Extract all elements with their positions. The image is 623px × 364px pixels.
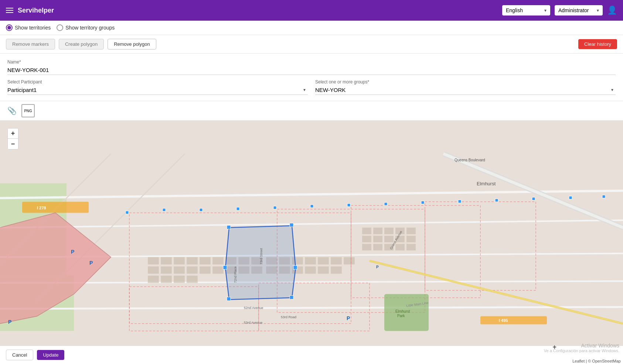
svg-rect-15 xyxy=(161,257,172,265)
svg-rect-48 xyxy=(331,267,342,274)
clear-history-button[interactable]: Clear history xyxy=(578,39,617,49)
svg-rect-51 xyxy=(384,228,394,234)
svg-rect-24 xyxy=(161,267,172,274)
svg-rect-16 xyxy=(174,257,185,265)
svg-rect-88 xyxy=(532,198,535,200)
svg-rect-77 xyxy=(126,211,129,214)
update-button[interactable]: Update xyxy=(37,350,64,360)
svg-text:52nd Avenue: 52nd Avenue xyxy=(244,306,263,310)
svg-rect-83 xyxy=(347,204,350,207)
svg-text:P: P xyxy=(347,315,350,321)
svg-text:Queens Boulevard: Queens Boulevard xyxy=(455,158,485,162)
svg-rect-27 xyxy=(200,267,211,274)
svg-rect-40 xyxy=(318,257,329,265)
svg-text:Park: Park xyxy=(397,314,405,318)
svg-rect-84 xyxy=(384,203,387,206)
svg-rect-42 xyxy=(344,257,355,265)
svg-text:Elmhurst: Elmhurst xyxy=(477,181,496,186)
zoom-in-button[interactable]: + xyxy=(8,128,18,139)
participant-select[interactable]: Participant1 xyxy=(7,85,308,95)
png-icon[interactable]: PNG xyxy=(21,104,35,117)
svg-rect-86 xyxy=(458,200,461,203)
svg-rect-50 xyxy=(373,228,382,234)
svg-rect-85 xyxy=(421,201,424,204)
remove-markers-button[interactable]: Remove markers xyxy=(6,39,55,49)
svg-rect-35 xyxy=(187,276,198,283)
svg-rect-63 xyxy=(406,244,416,251)
svg-rect-39 xyxy=(305,257,316,265)
svg-rect-73 xyxy=(293,266,297,269)
svg-rect-81 xyxy=(273,206,276,209)
svg-rect-54 xyxy=(362,236,371,243)
role-select[interactable]: Administrator User xyxy=(555,5,603,16)
svg-rect-41 xyxy=(331,257,342,265)
svg-rect-74 xyxy=(290,296,293,299)
svg-rect-14 xyxy=(148,257,159,265)
svg-text:Elmhurst: Elmhurst xyxy=(395,309,410,313)
svg-text:I 278: I 278 xyxy=(37,206,46,210)
svg-text:I 495: I 495 xyxy=(499,318,508,323)
svg-rect-90 xyxy=(602,195,605,198)
svg-text:53rd Avenue: 53rd Avenue xyxy=(244,321,262,324)
show-territories-radio[interactable]: Show territories xyxy=(6,24,51,31)
cancel-button[interactable]: Cancel xyxy=(6,350,33,360)
svg-rect-107 xyxy=(480,316,547,324)
svg-rect-12 xyxy=(22,202,89,213)
svg-rect-19 xyxy=(212,257,224,265)
svg-rect-79 xyxy=(200,209,202,212)
menu-icon[interactable] xyxy=(6,8,13,13)
show-territory-groups-radio[interactable]: Show territory groups xyxy=(57,24,115,31)
svg-text:P: P xyxy=(71,249,74,255)
svg-rect-46 xyxy=(305,267,316,274)
svg-rect-18 xyxy=(200,257,211,265)
remove-polygon-button[interactable]: Remove polygon xyxy=(108,39,156,49)
svg-rect-49 xyxy=(362,228,371,234)
svg-rect-47 xyxy=(318,267,329,274)
svg-rect-59 xyxy=(362,244,371,251)
svg-rect-56 xyxy=(384,236,394,243)
app-title: Servihelper xyxy=(18,7,498,14)
svg-rect-76 xyxy=(223,266,227,269)
groups-label: Select one or more groups* xyxy=(315,79,616,85)
show-territories-label: Show territories xyxy=(15,25,51,31)
svg-rect-87 xyxy=(495,199,498,202)
svg-rect-53 xyxy=(406,228,416,234)
svg-rect-62 xyxy=(395,244,405,251)
map-container[interactable]: I 278 xyxy=(0,121,623,364)
map-zoom-controls: + − xyxy=(7,128,18,150)
map-attribution: Leaflet | © OpenStreetMap xyxy=(570,358,623,364)
svg-rect-58 xyxy=(406,236,416,243)
svg-rect-33 xyxy=(161,276,172,283)
zoom-out-button[interactable]: − xyxy=(8,139,18,149)
paperclip-icon[interactable]: 📎 xyxy=(6,105,18,117)
svg-rect-28 xyxy=(212,267,224,274)
create-polygon-button[interactable]: Create polygon xyxy=(59,39,104,49)
svg-text:P: P xyxy=(89,260,93,266)
language-select[interactable]: English Spanish French xyxy=(502,5,550,16)
svg-text:73rd Street: 73rd Street xyxy=(259,248,263,264)
user-icon[interactable]: 👤 xyxy=(607,6,617,15)
svg-rect-71 xyxy=(227,226,231,229)
svg-text:53rd Road: 53rd Road xyxy=(281,315,296,319)
svg-text:P: P xyxy=(8,319,11,325)
svg-rect-60 xyxy=(373,244,382,251)
svg-rect-34 xyxy=(174,276,185,283)
svg-rect-72 xyxy=(290,223,293,227)
svg-rect-80 xyxy=(236,207,239,210)
svg-rect-0 xyxy=(0,154,623,331)
svg-rect-17 xyxy=(187,257,198,265)
name-input[interactable] xyxy=(7,65,616,75)
svg-rect-82 xyxy=(310,205,313,208)
svg-rect-89 xyxy=(569,196,572,199)
svg-rect-55 xyxy=(373,236,382,243)
svg-rect-23 xyxy=(148,267,159,274)
show-territory-groups-label: Show territory groups xyxy=(65,25,115,31)
svg-rect-25 xyxy=(174,267,185,274)
windows-notice: Activar Windows Ve a Configuración para … xyxy=(544,343,619,353)
name-label: Name* xyxy=(7,59,616,65)
svg-rect-75 xyxy=(227,297,231,301)
svg-text:P: P xyxy=(376,265,379,269)
participant-label: Select Participant xyxy=(7,79,308,85)
groups-select[interactable]: NEW-YORK xyxy=(315,85,616,95)
svg-text:72nd Place: 72nd Place xyxy=(234,266,237,283)
